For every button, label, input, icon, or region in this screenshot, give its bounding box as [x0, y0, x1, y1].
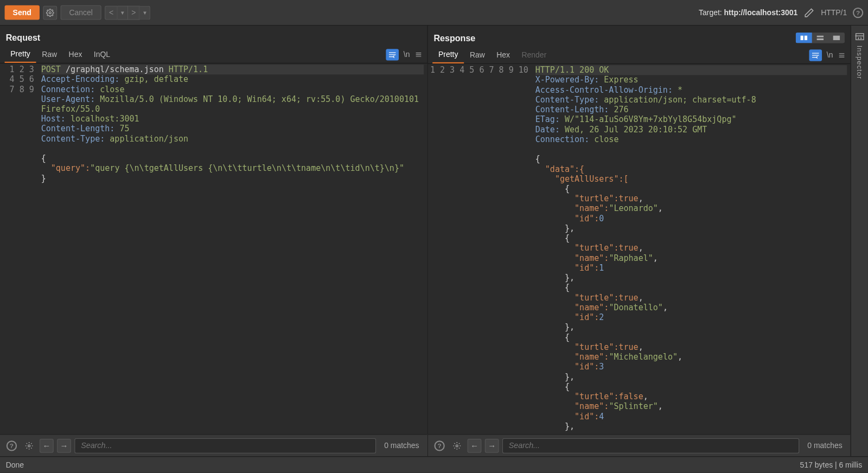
request-editor[interactable]: 1 2 3 4 5 6 7 8 9 POST /graphql/schema.j…	[0, 63, 427, 434]
search-prev-button[interactable]: ←	[468, 439, 482, 453]
status-left: Done	[6, 461, 24, 469]
search-next-button[interactable]: →	[485, 439, 499, 453]
history-back-dropdown[interactable]: ▼	[118, 5, 128, 20]
response-title: Response	[428, 25, 851, 47]
history-nav: < ▼ > ▼	[105, 5, 150, 20]
request-match-count: 0 matches	[384, 441, 419, 450]
help-icon[interactable]: ?	[432, 439, 446, 453]
response-pane: Response Pretty Raw Hex Render	[428, 25, 851, 456]
layout-rows-icon[interactable]	[812, 33, 828, 43]
svg-rect-10	[816, 35, 824, 37]
help-icon[interactable]: ?	[853, 7, 863, 17]
request-search-input[interactable]	[74, 438, 376, 453]
svg-rect-12	[833, 35, 840, 40]
history-back-button[interactable]: <	[105, 5, 117, 20]
tab-render[interactable]: Render	[516, 47, 552, 63]
top-toolbar: Send Cancel < ▼ > ▼ Target: http://local…	[0, 0, 868, 25]
help-icon[interactable]: ?	[5, 439, 19, 453]
response-code[interactable]: HTTP/1.1 200 OK X-Powered-By: Express Ac…	[532, 64, 850, 434]
edit-target-icon[interactable]	[803, 7, 815, 18]
tab-inql[interactable]: InQL	[88, 47, 116, 62]
wrap-toggle-icon[interactable]	[809, 49, 822, 61]
request-pane: Request Pretty Raw Hex InQL \n 1 2 3 4 5…	[0, 25, 428, 456]
settings-icon[interactable]	[43, 5, 57, 20]
response-search-row: ? ← → 0 matches	[428, 434, 851, 456]
tab-hex[interactable]: Hex	[63, 47, 88, 62]
inspector-toggle-icon[interactable]	[855, 33, 864, 41]
protocol-label[interactable]: HTTP/1	[821, 8, 847, 17]
search-settings-icon[interactable]	[22, 439, 36, 453]
svg-rect-20	[856, 34, 863, 40]
history-forward-button[interactable]: >	[128, 5, 140, 20]
svg-rect-11	[816, 39, 824, 40]
request-search-row: ? ← → 0 matches	[0, 434, 427, 456]
cancel-button[interactable]: Cancel	[60, 5, 101, 20]
tab-pretty[interactable]: Pretty	[432, 47, 464, 63]
tab-hex[interactable]: Hex	[491, 47, 516, 63]
response-gutter: 1 2 3 4 5 6 7 8 9 10	[428, 64, 532, 434]
status-right: 517 bytes | 6 millis	[800, 461, 862, 469]
tab-raw[interactable]: Raw	[464, 47, 490, 63]
layout-columns-icon[interactable]	[796, 33, 812, 43]
target-label: Target: http://localhost:3001	[699, 8, 797, 17]
layout-toggle	[796, 33, 845, 43]
newline-indicator[interactable]: \n	[404, 50, 410, 59]
svg-point-7	[28, 445, 30, 447]
svg-rect-9	[805, 35, 807, 40]
inspector-panel[interactable]: Inspector	[851, 25, 868, 456]
request-tabs: Pretty Raw Hex InQL \n	[0, 46, 427, 63]
search-prev-button[interactable]: ←	[40, 439, 54, 453]
search-next-button[interactable]: →	[57, 439, 71, 453]
request-gutter: 1 2 3 4 5 6 7 8 9	[0, 63, 37, 434]
response-tabs: Pretty Raw Hex Render \n	[428, 47, 851, 64]
target-url: http://localhost:3001	[724, 8, 798, 17]
send-button[interactable]: Send	[5, 5, 40, 20]
status-bar: Done 517 bytes | 6 millis	[0, 456, 868, 472]
tab-raw[interactable]: Raw	[36, 47, 62, 62]
request-title: Request	[0, 25, 427, 46]
history-forward-dropdown[interactable]: ▼	[140, 5, 150, 20]
inspector-label: Inspector	[856, 46, 864, 80]
layout-single-icon[interactable]	[828, 33, 845, 43]
wrap-toggle-icon[interactable]	[386, 49, 399, 60]
request-code[interactable]: POST /graphql/schema.json HTTP/1.1 Accep…	[37, 63, 427, 434]
tab-pretty[interactable]: Pretty	[5, 46, 36, 63]
svg-point-0	[49, 11, 51, 14]
target-prefix: Target:	[699, 8, 724, 17]
main-split: Request Pretty Raw Hex InQL \n 1 2 3 4 5…	[0, 25, 868, 456]
response-editor[interactable]: 1 2 3 4 5 6 7 8 9 10 HTTP/1.1 200 OK X-P…	[428, 64, 851, 434]
response-search-input[interactable]	[502, 438, 799, 453]
svg-rect-8	[800, 35, 803, 40]
newline-indicator[interactable]: \n	[827, 50, 833, 59]
editor-menu-icon[interactable]	[414, 51, 423, 58]
search-settings-icon[interactable]	[450, 439, 464, 453]
svg-point-19	[456, 445, 458, 447]
response-match-count: 0 matches	[807, 441, 842, 450]
toolbar-right: Target: http://localhost:3001 HTTP/1 ?	[699, 7, 863, 18]
editor-menu-icon[interactable]	[838, 52, 846, 59]
